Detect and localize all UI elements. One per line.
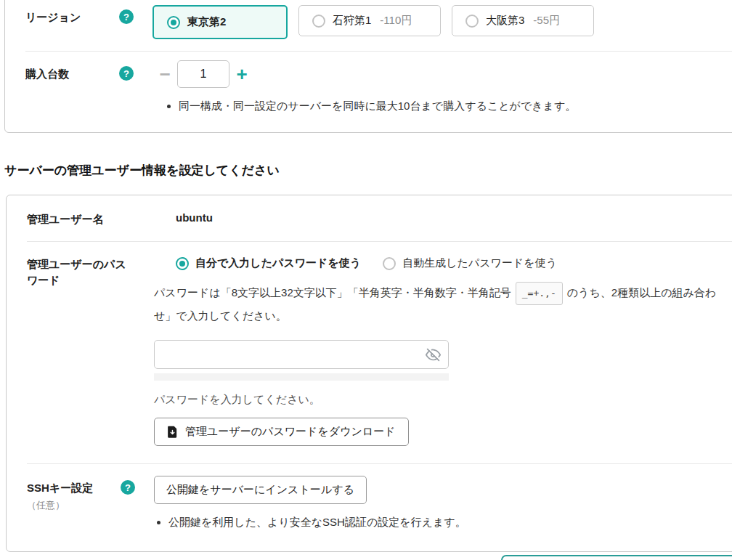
region-option-label: 石狩第1: [333, 14, 371, 28]
region-row: リージョン ? 東京第2 石狩第1 -110円 大阪第3 -55円: [5, 0, 732, 51]
next-step-button[interactable]: [501, 555, 732, 560]
admin-user-card: 管理ユーザー名 ubuntu 管理ユーザーのパスワード 自分で入力したパスワード…: [6, 195, 732, 552]
ssh-help-icon[interactable]: ?: [121, 480, 135, 495]
quantity-input[interactable]: [177, 60, 229, 88]
file-download-icon: [167, 426, 178, 438]
password-strength-bar: [154, 373, 449, 381]
radio-unselected-icon: [383, 257, 396, 270]
quantity-label: 購入台数: [25, 66, 119, 82]
radio-selected-icon: [176, 257, 189, 270]
password-field-wrapper: [154, 340, 449, 369]
region-option-tokyo2[interactable]: 東京第2: [152, 5, 288, 39]
radio-selected-icon: [167, 16, 180, 29]
ssh-key-row: SSHキー設定 （任意） ? 公開鍵をサーバーにインストールする 公開鍵を利用し…: [7, 464, 732, 551]
region-option-discount: -110円: [380, 14, 412, 28]
quantity-decrease-button[interactable]: −: [152, 60, 177, 88]
quantity-help-icon[interactable]: ?: [119, 66, 134, 81]
password-download-button[interactable]: 管理ユーザーのパスワードをダウンロード: [154, 418, 409, 446]
password-symbols-box: _=+.,-: [516, 282, 563, 305]
username-row: 管理ユーザー名 ubuntu: [7, 195, 732, 242]
password-auto-label: 自動生成したパスワードを使う: [402, 256, 557, 270]
password-hint: パスワードは「8文字以上32文字以下」「半角英字・半角数字・半角記号_=+.,-…: [154, 282, 732, 327]
password-label: 管理ユーザーのパスワード: [27, 256, 127, 288]
password-mode-options: 自分で入力したパスワードを使う 自動生成したパスワードを使う: [176, 256, 732, 270]
admin-section-heading: サーバーの管理ユーザー情報を設定してください: [4, 162, 732, 179]
username-value: ubuntu: [176, 211, 213, 224]
quantity-row: 購入台数 ? − + 同一構成・同一設定のサーバーを同時に最大10台まで購入する…: [5, 52, 732, 132]
ssh-optional-label: （任意）: [27, 499, 121, 513]
quantity-note: 同一構成・同一設定のサーバーを同時に最大10台まで購入することができます。: [179, 98, 732, 115]
region-option-discount: -55円: [533, 14, 560, 28]
username-label: 管理ユーザー名: [27, 211, 127, 227]
region-option-osaka3[interactable]: 大阪第3 -55円: [452, 5, 594, 36]
quantity-increase-button[interactable]: +: [229, 60, 254, 88]
radio-unselected-icon: [465, 15, 479, 28]
password-manual-option[interactable]: 自分で入力したパスワードを使う: [176, 256, 361, 270]
eye-off-icon[interactable]: [426, 347, 441, 365]
region-option-label: 大阪第3: [486, 14, 524, 28]
region-label: リージョン: [25, 9, 119, 25]
region-help-icon[interactable]: ?: [119, 9, 134, 24]
password-row: 管理ユーザーのパスワード 自分で入力したパスワードを使う 自動生成したパスワード…: [7, 242, 732, 463]
radio-unselected-icon: [312, 15, 325, 28]
password-auto-option[interactable]: 自動生成したパスワードを使う: [383, 256, 557, 270]
password-input[interactable]: [154, 340, 449, 369]
region-options: 東京第2 石狩第1 -110円 大阪第3 -55円: [152, 5, 732, 39]
ssh-note: 公開鍵を利用した、より安全なSSH認証の設定を行えます。: [168, 514, 732, 531]
region-option-label: 東京第2: [187, 15, 226, 29]
password-manual-label: 自分で入力したパスワードを使う: [195, 256, 361, 270]
password-download-label: 管理ユーザーのパスワードをダウンロード: [185, 425, 396, 439]
purchase-options-card: リージョン ? 東京第2 石狩第1 -110円 大阪第3 -55円: [4, 0, 732, 133]
password-hint-before: パスワードは「8文字以上32文字以下」「半角英字・半角数字・半角記号: [154, 286, 511, 299]
ssh-install-key-button[interactable]: 公開鍵をサーバーにインストールする: [154, 476, 367, 504]
region-option-ishikari1[interactable]: 石狩第1 -110円: [298, 5, 441, 36]
ssh-label: SSHキー設定: [27, 482, 93, 494]
quantity-stepper: − +: [152, 60, 732, 88]
password-help-text: パスワードを入力してください。: [154, 393, 732, 407]
